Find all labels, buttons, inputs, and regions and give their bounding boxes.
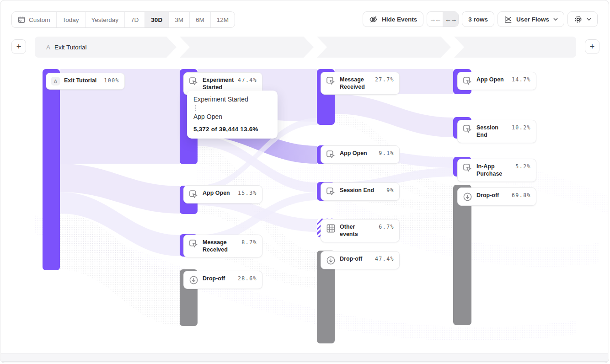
node-dropoff-4[interactable]: Drop-off 69.8% xyxy=(457,187,536,206)
node-exit-tutorial[interactable]: A Exit Tutorial 100% xyxy=(46,73,125,90)
node-label: Exit Tutorial xyxy=(64,77,100,84)
date-range-label: 7D xyxy=(131,16,139,23)
add-step-left-button[interactable]: + xyxy=(11,39,26,54)
date-range-label: 12M xyxy=(217,16,229,23)
stage-title: Exit Tutorial xyxy=(54,44,87,51)
user-flows-app: A Exit Tutorial 100% Experiment Started … xyxy=(0,0,609,363)
date-range-selector: Custom Today Yesterday 7D 30D 3M 6M 12M xyxy=(11,11,235,28)
bar-dropoff-4[interactable] xyxy=(453,185,471,325)
user-flows-icon xyxy=(504,15,512,23)
stage-segment-1[interactable]: A Exit Tutorial xyxy=(35,37,177,58)
gear-icon xyxy=(574,15,583,24)
stage-segment-2[interactable] xyxy=(180,37,314,58)
date-range-12m[interactable]: 12M xyxy=(210,12,235,27)
date-range-7d[interactable]: 7D xyxy=(124,12,144,27)
horizontal-scrollbar-track[interactable] xyxy=(1,353,608,362)
step-a-badge: A xyxy=(51,77,60,86)
date-range-custom[interactable]: Custom xyxy=(12,12,56,27)
event-icon xyxy=(189,77,198,86)
event-icon xyxy=(189,239,198,249)
eye-off-icon xyxy=(369,15,378,24)
view-selector-label: User Flows xyxy=(516,16,549,23)
node-label: In-App Purchase xyxy=(476,163,511,178)
date-range-yesterday[interactable]: Yesterday xyxy=(85,12,125,27)
date-range-label: 6M xyxy=(196,16,204,23)
node-label: Drop-off xyxy=(203,275,234,282)
node-app-open-2[interactable]: App Open 15.3% xyxy=(183,185,262,203)
calendar-icon xyxy=(18,16,25,23)
collapse-columns-button[interactable]: →← xyxy=(427,12,443,27)
stage-label: A Exit Tutorial xyxy=(46,37,87,58)
node-percent: 100% xyxy=(104,77,119,84)
date-range-3m[interactable]: 3M xyxy=(168,12,189,27)
add-step-right-button[interactable]: + xyxy=(585,39,599,54)
stage-segment-3[interactable] xyxy=(317,37,451,58)
stage-badge-letter: A xyxy=(46,44,50,51)
node-label: Message Received xyxy=(203,239,237,254)
date-range-30d[interactable]: 30D xyxy=(144,12,168,27)
node-percent: 27.7% xyxy=(375,76,394,83)
date-range-label: Today xyxy=(63,16,79,23)
node-percent: 15.3% xyxy=(238,190,257,196)
dropoff-icon xyxy=(189,275,198,285)
hide-events-button[interactable]: Hide Events xyxy=(363,11,423,27)
node-label: App Open xyxy=(203,189,234,197)
node-percent: 8.7% xyxy=(241,239,257,246)
node-dropoff-2[interactable]: Drop-off 28.6% xyxy=(183,271,262,289)
expand-icon: ←→ xyxy=(445,16,456,23)
date-range-6m[interactable]: 6M xyxy=(189,12,210,27)
node-percent: 47.4% xyxy=(375,256,394,262)
node-percent: 9% xyxy=(386,187,394,193)
tooltip-connector xyxy=(195,105,196,111)
collapse-icon: →← xyxy=(429,16,440,23)
event-icon xyxy=(463,76,472,86)
hide-events-label: Hide Events xyxy=(382,16,417,23)
dropoff-icon xyxy=(463,192,472,202)
dropoff-icon xyxy=(326,256,336,265)
date-range-label: 3M xyxy=(175,16,183,23)
expand-columns-button[interactable]: ←→ xyxy=(443,12,458,27)
node-label: Session End xyxy=(476,124,508,139)
tooltip-to-event: App Open xyxy=(193,113,271,121)
node-percent: 14.7% xyxy=(512,76,531,83)
node-message-received-3[interactable]: Message Received 27.7% xyxy=(321,72,400,95)
toolbar-right: Hide Events →← ←→ 3 rows User Flows xyxy=(363,11,598,27)
node-label: Message Received xyxy=(340,76,371,91)
node-message-received-2[interactable]: Message Received 8.7% xyxy=(183,235,262,257)
rows-label: 3 rows xyxy=(468,16,488,23)
link-tooltip: Experiment Started App Open 5,372 of 39,… xyxy=(187,91,278,139)
event-icon xyxy=(463,124,472,134)
node-label: Drop-off xyxy=(476,192,508,199)
node-percent: 6.7% xyxy=(379,224,394,230)
node-label: Session End xyxy=(340,187,382,194)
date-range-today[interactable]: Today xyxy=(56,12,85,27)
rows-button[interactable]: 3 rows xyxy=(462,11,494,27)
node-percent: 10.2% xyxy=(512,124,531,131)
settings-button[interactable] xyxy=(567,11,598,27)
node-label: App Open xyxy=(340,150,375,157)
tooltip-from-event: Experiment Started xyxy=(193,96,271,103)
chevron-down-icon xyxy=(553,18,558,21)
date-range-label: Custom xyxy=(29,16,50,23)
date-range-label: 30D xyxy=(151,16,162,23)
node-percent: 47.4% xyxy=(238,77,257,83)
chevron-down-icon xyxy=(587,18,591,21)
node-app-open-3[interactable]: App Open 9.1% xyxy=(321,145,400,164)
view-selector-button[interactable]: User Flows xyxy=(498,11,564,27)
event-icon xyxy=(326,187,336,197)
node-session-end-3[interactable]: Session End 9% xyxy=(321,182,400,201)
bar-exit-tutorial[interactable] xyxy=(43,69,60,270)
stage-segment-4[interactable] xyxy=(454,37,576,58)
node-other-events-3[interactable]: Other events 6.7% xyxy=(321,219,400,242)
node-label: App Open xyxy=(476,76,508,83)
stage-band: A Exit Tutorial xyxy=(35,37,576,58)
collapse-expand-toggle: →← ←→ xyxy=(427,11,459,27)
node-app-open-4[interactable]: App Open 14.7% xyxy=(457,72,536,90)
node-session-end-4[interactable]: Session End 10.2% xyxy=(457,120,536,143)
event-icon xyxy=(463,163,472,173)
node-dropoff-3[interactable]: Drop-off 47.4% xyxy=(321,251,400,269)
node-in-app-purchase-4[interactable]: In-App Purchase 5.2% xyxy=(457,159,536,182)
node-percent: 5.2% xyxy=(515,163,531,170)
tooltip-stats: 5,372 of 39,444 13.6% xyxy=(193,126,271,133)
grid-icon xyxy=(326,224,336,233)
